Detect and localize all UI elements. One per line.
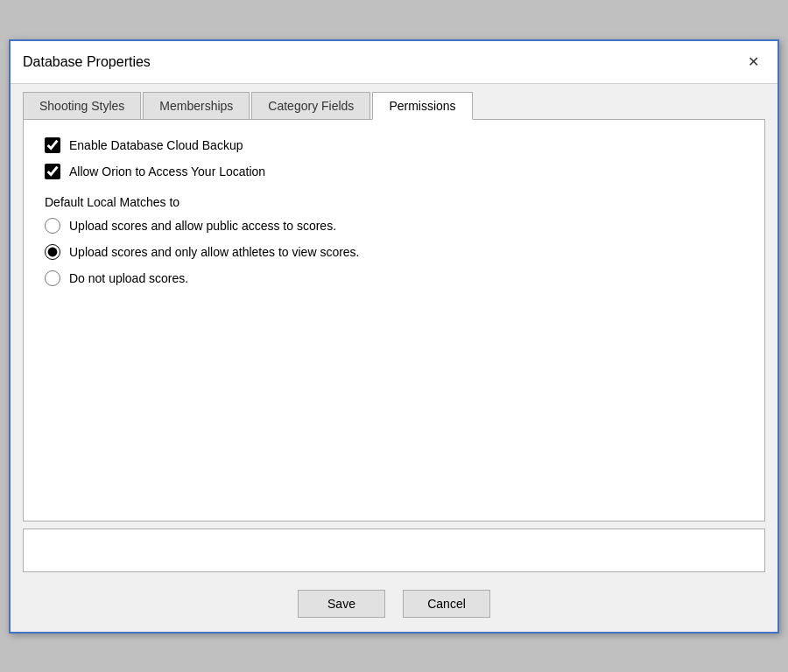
radio-athletes-scores-row: Upload scores and only allow athletes to… bbox=[45, 244, 743, 260]
buttons-row: Save Cancel bbox=[11, 579, 777, 632]
radio-section-title: Default Local Matches to bbox=[45, 195, 743, 209]
permissions-panel: Enable Database Cloud Backup Allow Orion… bbox=[23, 119, 765, 522]
cloud-backup-label: Enable Database Cloud Backup bbox=[69, 138, 243, 152]
athletes-scores-radio[interactable] bbox=[45, 244, 60, 260]
close-button[interactable]: ✕ bbox=[741, 50, 765, 74]
cloud-backup-checkbox[interactable] bbox=[45, 137, 60, 153]
tab-shooting-styles[interactable]: Shooting Styles bbox=[23, 92, 141, 120]
location-access-label: Allow Orion to Access Your Location bbox=[69, 164, 265, 178]
tab-category-fields[interactable]: Category Fields bbox=[251, 92, 370, 120]
tab-content-wrapper: Enable Database Cloud Backup Allow Orion… bbox=[11, 119, 777, 522]
cancel-button[interactable]: Cancel bbox=[403, 590, 490, 618]
save-button[interactable]: Save bbox=[298, 590, 385, 618]
tabs-container: Shooting Styles Memberships Category Fie… bbox=[11, 84, 777, 119]
public-scores-radio[interactable] bbox=[45, 218, 60, 234]
radio-public-scores-row: Upload scores and allow public access to… bbox=[45, 218, 743, 234]
tab-memberships[interactable]: Memberships bbox=[143, 92, 250, 120]
database-properties-dialog: Database Properties ✕ Shooting Styles Me… bbox=[9, 39, 779, 634]
dialog-title: Database Properties bbox=[23, 54, 151, 70]
public-scores-label: Upload scores and allow public access to… bbox=[69, 219, 336, 233]
cloud-backup-row: Enable Database Cloud Backup bbox=[45, 137, 743, 153]
location-access-checkbox[interactable] bbox=[45, 164, 60, 179]
location-access-row: Allow Orion to Access Your Location bbox=[45, 164, 743, 179]
athletes-scores-label: Upload scores and only allow athletes to… bbox=[69, 245, 360, 259]
no-upload-label: Do not upload scores. bbox=[69, 271, 188, 285]
title-bar: Database Properties ✕ bbox=[11, 41, 777, 84]
tab-permissions[interactable]: Permissions bbox=[372, 92, 472, 120]
radio-no-upload-row: Do not upload scores. bbox=[45, 270, 743, 286]
no-upload-radio[interactable] bbox=[45, 270, 60, 286]
status-bar bbox=[23, 528, 765, 572]
